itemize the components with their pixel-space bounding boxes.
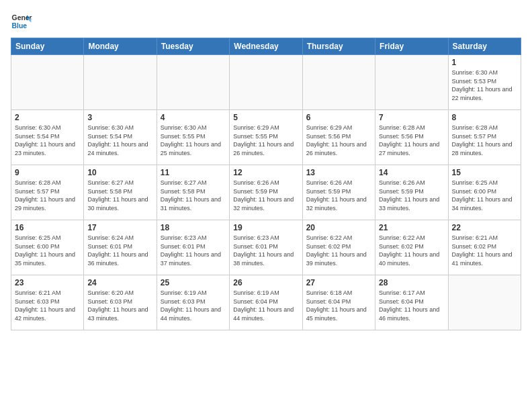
calendar-cell: 16Sunrise: 6:25 AM Sunset: 6:00 PM Dayli… (11, 220, 84, 275)
calendar-cell: 1Sunrise: 6:30 AM Sunset: 5:53 PM Daylig… (448, 55, 521, 110)
day-number: 25 (161, 278, 226, 287)
day-info: Sunrise: 6:19 AM Sunset: 6:04 PM Dayligh… (233, 289, 298, 322)
day-info: Sunrise: 6:23 AM Sunset: 6:01 PM Dayligh… (233, 234, 298, 267)
calendar-cell: 12Sunrise: 6:26 AM Sunset: 5:59 PM Dayli… (230, 165, 302, 220)
calendar-cell: 18Sunrise: 6:23 AM Sunset: 6:01 PM Dayli… (157, 220, 229, 275)
calendar-cell (302, 55, 375, 110)
day-info: Sunrise: 6:25 AM Sunset: 6:00 PM Dayligh… (15, 234, 80, 267)
day-info: Sunrise: 6:21 AM Sunset: 6:02 PM Dayligh… (452, 234, 517, 267)
calendar-cell: 17Sunrise: 6:24 AM Sunset: 6:01 PM Dayli… (84, 220, 157, 275)
calendar-cell: 3Sunrise: 6:30 AM Sunset: 5:54 PM Daylig… (84, 110, 157, 165)
day-info: Sunrise: 6:28 AM Sunset: 5:57 PM Dayligh… (452, 124, 517, 157)
page-header: General Blue (11, 11, 521, 32)
day-info: Sunrise: 6:23 AM Sunset: 6:01 PM Dayligh… (161, 234, 226, 267)
day-number: 16 (15, 223, 80, 232)
day-info: Sunrise: 6:29 AM Sunset: 5:56 PM Dayligh… (306, 124, 371, 157)
day-info: Sunrise: 6:27 AM Sunset: 5:58 PM Dayligh… (87, 179, 152, 212)
day-info: Sunrise: 6:26 AM Sunset: 5:59 PM Dayligh… (233, 179, 298, 212)
day-number: 1 (452, 58, 517, 67)
week-row-4: 16Sunrise: 6:25 AM Sunset: 6:00 PM Dayli… (11, 220, 521, 275)
day-number: 13 (306, 168, 371, 177)
day-number: 26 (233, 278, 298, 287)
calendar-cell: 8Sunrise: 6:28 AM Sunset: 5:57 PM Daylig… (448, 110, 521, 165)
weekday-wednesday: Wednesday (230, 38, 302, 55)
calendar-cell (375, 55, 448, 110)
day-number: 12 (233, 168, 298, 177)
day-number: 10 (87, 168, 152, 177)
week-row-1: 1Sunrise: 6:30 AM Sunset: 5:53 PM Daylig… (11, 55, 521, 110)
calendar-cell: 7Sunrise: 6:28 AM Sunset: 5:56 PM Daylig… (375, 110, 448, 165)
calendar-cell: 21Sunrise: 6:22 AM Sunset: 6:02 PM Dayli… (375, 220, 448, 275)
logo: General Blue (11, 11, 32, 32)
day-number: 18 (161, 223, 226, 232)
svg-text:Blue: Blue (12, 22, 28, 30)
day-number: 22 (452, 223, 517, 232)
calendar-cell: 14Sunrise: 6:26 AM Sunset: 5:59 PM Dayli… (375, 165, 448, 220)
calendar-cell: 22Sunrise: 6:21 AM Sunset: 6:02 PM Dayli… (448, 220, 521, 275)
week-row-5: 23Sunrise: 6:21 AM Sunset: 6:03 PM Dayli… (11, 275, 521, 330)
day-number: 14 (379, 168, 444, 177)
day-info: Sunrise: 6:30 AM Sunset: 5:54 PM Dayligh… (15, 124, 80, 157)
day-info: Sunrise: 6:28 AM Sunset: 5:56 PM Dayligh… (379, 124, 444, 157)
weekday-monday: Monday (84, 38, 157, 55)
calendar-cell: 6Sunrise: 6:29 AM Sunset: 5:56 PM Daylig… (302, 110, 375, 165)
logo-icon: General Blue (11, 11, 32, 32)
week-row-3: 9Sunrise: 6:28 AM Sunset: 5:57 PM Daylig… (11, 165, 521, 220)
day-number: 24 (87, 278, 152, 287)
calendar-cell: 26Sunrise: 6:19 AM Sunset: 6:04 PM Dayli… (230, 275, 302, 330)
day-info: Sunrise: 6:17 AM Sunset: 6:04 PM Dayligh… (379, 289, 444, 322)
day-number: 19 (233, 223, 298, 232)
day-info: Sunrise: 6:30 AM Sunset: 5:55 PM Dayligh… (161, 124, 226, 157)
weekday-friday: Friday (375, 38, 448, 55)
calendar-cell (11, 55, 84, 110)
calendar-cell (230, 55, 302, 110)
day-info: Sunrise: 6:28 AM Sunset: 5:57 PM Dayligh… (15, 179, 80, 212)
week-row-2: 2Sunrise: 6:30 AM Sunset: 5:54 PM Daylig… (11, 110, 521, 165)
day-info: Sunrise: 6:30 AM Sunset: 5:54 PM Dayligh… (87, 124, 152, 157)
calendar-cell: 13Sunrise: 6:26 AM Sunset: 5:59 PM Dayli… (302, 165, 375, 220)
day-info: Sunrise: 6:19 AM Sunset: 6:03 PM Dayligh… (161, 289, 226, 322)
calendar-cell (448, 275, 521, 330)
calendar-cell: 10Sunrise: 6:27 AM Sunset: 5:58 PM Dayli… (84, 165, 157, 220)
day-info: Sunrise: 6:26 AM Sunset: 5:59 PM Dayligh… (306, 179, 371, 212)
weekday-saturday: Saturday (448, 38, 521, 55)
day-info: Sunrise: 6:24 AM Sunset: 6:01 PM Dayligh… (87, 234, 152, 267)
calendar-cell (157, 55, 229, 110)
day-info: Sunrise: 6:26 AM Sunset: 5:59 PM Dayligh… (379, 179, 444, 212)
day-info: Sunrise: 6:27 AM Sunset: 5:58 PM Dayligh… (161, 179, 226, 212)
calendar-cell: 9Sunrise: 6:28 AM Sunset: 5:57 PM Daylig… (11, 165, 84, 220)
calendar-cell (84, 55, 157, 110)
weekday-tuesday: Tuesday (157, 38, 229, 55)
calendar-cell: 2Sunrise: 6:30 AM Sunset: 5:54 PM Daylig… (11, 110, 84, 165)
calendar-cell: 5Sunrise: 6:29 AM Sunset: 5:55 PM Daylig… (230, 110, 302, 165)
day-number: 7 (379, 113, 444, 122)
weekday-sunday: Sunday (11, 38, 84, 55)
day-number: 27 (306, 278, 371, 287)
day-number: 17 (87, 223, 152, 232)
day-number: 15 (452, 168, 517, 177)
day-number: 2 (15, 113, 80, 122)
day-number: 23 (15, 278, 80, 287)
day-number: 3 (87, 113, 152, 122)
day-info: Sunrise: 6:18 AM Sunset: 6:04 PM Dayligh… (306, 289, 371, 322)
day-number: 4 (161, 113, 226, 122)
day-info: Sunrise: 6:30 AM Sunset: 5:53 PM Dayligh… (452, 68, 517, 102)
day-number: 9 (15, 168, 80, 177)
calendar-cell: 28Sunrise: 6:17 AM Sunset: 6:04 PM Dayli… (375, 275, 448, 330)
day-info: Sunrise: 6:21 AM Sunset: 6:03 PM Dayligh… (15, 289, 80, 322)
day-number: 11 (161, 168, 226, 177)
calendar-cell: 20Sunrise: 6:22 AM Sunset: 6:02 PM Dayli… (302, 220, 375, 275)
day-number: 8 (452, 113, 517, 122)
day-info: Sunrise: 6:20 AM Sunset: 6:03 PM Dayligh… (87, 289, 152, 322)
calendar-table: SundayMondayTuesdayWednesdayThursdayFrid… (11, 38, 521, 330)
day-number: 28 (379, 278, 444, 287)
calendar-cell: 27Sunrise: 6:18 AM Sunset: 6:04 PM Dayli… (302, 275, 375, 330)
day-number: 6 (306, 113, 371, 122)
day-info: Sunrise: 6:25 AM Sunset: 6:00 PM Dayligh… (452, 179, 517, 212)
day-number: 21 (379, 223, 444, 232)
day-number: 5 (233, 113, 298, 122)
day-info: Sunrise: 6:22 AM Sunset: 6:02 PM Dayligh… (306, 234, 371, 267)
calendar-cell: 19Sunrise: 6:23 AM Sunset: 6:01 PM Dayli… (230, 220, 302, 275)
calendar-cell: 15Sunrise: 6:25 AM Sunset: 6:00 PM Dayli… (448, 165, 521, 220)
weekday-thursday: Thursday (302, 38, 375, 55)
